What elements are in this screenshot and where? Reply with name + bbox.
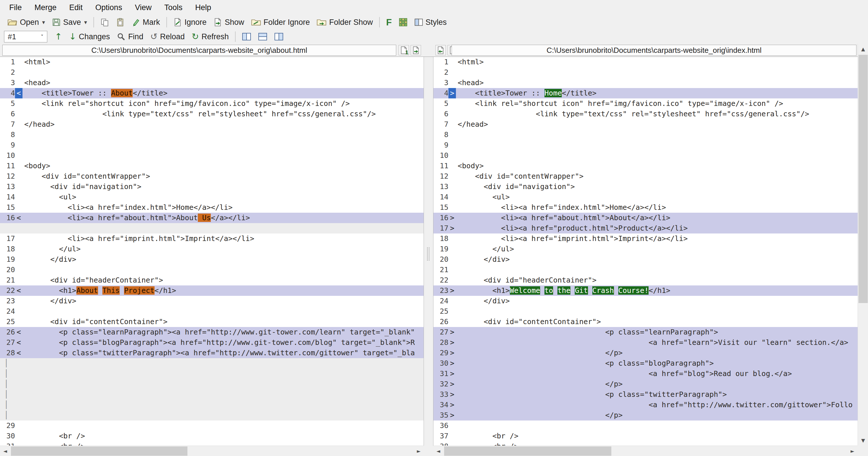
scroll-up-arrow-icon[interactable]: ▲ xyxy=(858,44,868,54)
layout-vertical-split-button[interactable] xyxy=(239,30,255,43)
code-line[interactable]: 14 <ul> xyxy=(433,192,858,202)
ghost-line[interactable] xyxy=(0,223,424,233)
code-line[interactable]: 35> </p> xyxy=(433,410,858,421)
code-line[interactable]: 8 xyxy=(433,130,858,140)
right-horizontal-scrollbar[interactable]: ◄ ► xyxy=(433,446,858,456)
folder-show-button[interactable]: Folder Show xyxy=(313,16,376,29)
reload-button[interactable]: ↺ Reload xyxy=(147,30,188,43)
code-line[interactable]: 10 xyxy=(0,150,424,161)
open-dropdown-caret[interactable]: ▾ xyxy=(42,19,45,26)
scroll-down-arrow-icon[interactable]: ▼ xyxy=(858,435,868,446)
code-line[interactable]: 28> <a href="learn">Visit our "learn" se… xyxy=(433,337,858,348)
code-line[interactable]: 20 xyxy=(0,265,424,275)
code-line[interactable]: 7</head> xyxy=(0,119,424,130)
code-line[interactable]: 37 <br /> xyxy=(433,431,858,441)
paste-button[interactable] xyxy=(113,16,128,29)
filter-button[interactable]: F xyxy=(383,16,395,29)
copy-to-left-button[interactable] xyxy=(435,45,446,55)
code-line[interactable]: 1<html> xyxy=(433,57,858,67)
ghost-line[interactable]: │ xyxy=(0,369,424,379)
vertical-scroll-thumb[interactable] xyxy=(859,55,868,303)
open-button[interactable]: Open ▾ xyxy=(4,16,49,29)
code-line[interactable]: 6 <link type="text/css" rel="stylesheet"… xyxy=(433,109,858,119)
scroll-right-arrow-icon[interactable]: ► xyxy=(413,446,424,456)
code-line[interactable]: 31 <br /> xyxy=(0,441,424,446)
folder-ignore-button[interactable]: Folder Ignore xyxy=(248,16,313,29)
code-line[interactable]: 9 xyxy=(0,140,424,150)
layout-horizontal-split-button[interactable] xyxy=(255,30,271,43)
code-line[interactable]: 12 <div id="contentWrapper"> xyxy=(0,171,424,181)
menu-help[interactable]: Help xyxy=(189,1,218,15)
code-line[interactable]: 16< <li><a href="about.html">About Us</a… xyxy=(0,213,424,223)
menu-tools[interactable]: Tools xyxy=(158,1,189,15)
code-line[interactable]: 30 <br /> xyxy=(0,431,424,441)
code-line[interactable]: 15 <li><a href="index.html">Home</a></li… xyxy=(0,202,424,213)
layout-right-split-button[interactable] xyxy=(271,30,287,43)
right-code-pane[interactable]: 1<html>23<head>4> <title>Tower :: Home</… xyxy=(433,57,858,446)
styles-button[interactable]: Styles xyxy=(411,16,451,29)
code-line[interactable]: 28< <p class="twitterParagraph"><a href=… xyxy=(0,348,424,358)
ghost-line[interactable]: │ xyxy=(0,410,424,421)
find-button[interactable]: Find xyxy=(113,30,147,43)
code-line[interactable]: 23> <h1>Welcome to the Git Crash Course!… xyxy=(433,285,858,296)
scroll-left-arrow-icon[interactable]: ◄ xyxy=(433,446,443,456)
code-line[interactable]: 21 <div id="headerContainer"> xyxy=(0,275,424,285)
code-line[interactable]: 1<html> xyxy=(0,57,424,67)
code-line[interactable]: 30> <p class="blogParagraph"> xyxy=(433,358,858,369)
code-line[interactable]: 22 <div id="headerContainer"> xyxy=(433,275,858,285)
code-line[interactable]: 13 <div id="navigation"> xyxy=(0,181,424,192)
combobox-caret-icon[interactable]: ˅ xyxy=(37,31,47,42)
code-line[interactable]: 34> <a href="http://www.twitter.com/gitt… xyxy=(433,400,858,410)
code-line[interactable]: 25 <div id="contentContainer"> xyxy=(0,317,424,327)
code-line[interactable]: 15 <li><a href="index.html">Home</a></li… xyxy=(433,202,858,213)
code-line[interactable]: 10 xyxy=(433,150,858,161)
show-button[interactable]: Show xyxy=(210,16,248,29)
code-line[interactable]: 5 <link rel="shortcut icon" href="img/fa… xyxy=(433,98,858,109)
code-line[interactable]: 25 xyxy=(433,306,858,317)
code-line[interactable]: 4< <title>Tower :: About</title> xyxy=(0,88,424,98)
ghost-line[interactable]: │ xyxy=(0,389,424,400)
left-code-pane[interactable]: 1<html>23<head>4< <title>Tower :: About<… xyxy=(0,57,424,446)
code-line[interactable]: 16> <li><a href="about.html">About</a></… xyxy=(433,213,858,223)
code-line[interactable]: 11<body> xyxy=(0,161,424,171)
ghost-line[interactable]: │ xyxy=(0,379,424,389)
code-line[interactable]: 20 </div> xyxy=(433,254,858,265)
left-pane-button-1[interactable]: 1 xyxy=(399,45,409,55)
code-line[interactable]: 17> <li><a href="product.html">Product</… xyxy=(433,223,858,233)
vertical-scrollbar[interactable]: ▲ ▼ xyxy=(858,44,868,446)
code-line[interactable]: 24 xyxy=(0,306,424,317)
code-line[interactable]: 13 <div id="navigation"> xyxy=(433,181,858,192)
code-line[interactable]: 23 </div> xyxy=(0,296,424,306)
left-horizontal-scroll-thumb[interactable] xyxy=(11,447,187,456)
code-line[interactable]: 19 </ul> xyxy=(433,244,858,254)
code-line[interactable]: 2 xyxy=(433,67,858,78)
code-line[interactable]: 29 xyxy=(0,421,424,431)
left-file-path-header[interactable]: C:\Users\brunobrito\Documents\carparts-w… xyxy=(2,45,396,56)
code-line[interactable]: 18 </ul> xyxy=(0,244,424,254)
code-line[interactable]: 9 xyxy=(433,140,858,150)
copy-button[interactable] xyxy=(97,16,113,29)
code-line[interactable]: 12 <div id="contentWrapper"> xyxy=(433,171,858,181)
copy-to-right-button[interactable] xyxy=(411,45,421,55)
grid-view-button[interactable] xyxy=(395,16,411,29)
ghost-line[interactable]: │ xyxy=(0,400,424,410)
code-line[interactable]: 5 <link rel="shortcut icon" href="img/fa… xyxy=(0,98,424,109)
right-file-path-header[interactable]: C:\Users\brunobrito\Documents\carparts-w… xyxy=(452,45,857,56)
ghost-line[interactable]: │ xyxy=(0,358,424,369)
code-line[interactable]: 32> </p> xyxy=(433,379,858,389)
menu-edit[interactable]: Edit xyxy=(63,1,89,15)
code-line[interactable]: 29> </p> xyxy=(433,348,858,358)
code-line[interactable]: 3<head> xyxy=(0,78,424,88)
right-horizontal-scroll-thumb[interactable] xyxy=(444,447,611,456)
ignore-button[interactable]: Ignore xyxy=(170,16,210,29)
code-line[interactable]: 27< <p class="blogParagraph"><a href="ht… xyxy=(0,337,424,348)
code-line[interactable]: 26 <div id="contentContainer"> xyxy=(433,317,858,327)
code-line[interactable]: 21 xyxy=(433,265,858,275)
scroll-left-arrow-icon[interactable]: ◄ xyxy=(0,446,10,456)
menu-merge[interactable]: Merge xyxy=(28,1,63,15)
code-line[interactable]: 6 <link type="text/css" rel="stylesheet"… xyxy=(0,109,424,119)
menu-options[interactable]: Options xyxy=(89,1,129,15)
code-line[interactable]: 33> <p class="twitterParagraph"> xyxy=(433,389,858,400)
code-line[interactable]: 19 </div> xyxy=(0,254,424,265)
code-line[interactable]: 27> <p class="learnParagraph"> xyxy=(433,327,858,337)
